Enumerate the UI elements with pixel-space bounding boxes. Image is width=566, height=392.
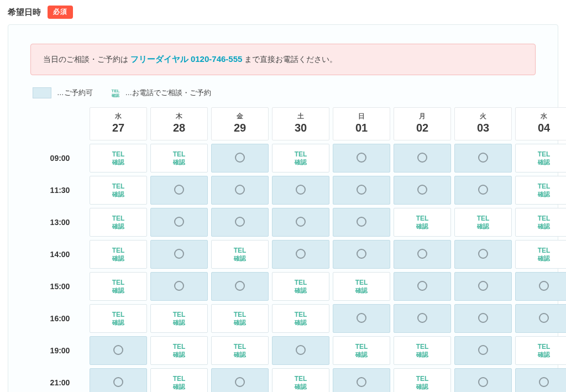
slot-available[interactable]	[272, 176, 329, 205]
slot-available[interactable]	[211, 176, 269, 205]
free-dial-link[interactable]: フリーダイヤル 0120-746-555	[130, 54, 243, 64]
slot-available[interactable]	[454, 144, 512, 173]
tel-confirm-label: TEL確認	[334, 343, 389, 358]
circle-icon	[539, 313, 549, 323]
circle-icon	[235, 185, 245, 195]
circle-icon	[478, 185, 488, 195]
slot-available[interactable]	[333, 304, 390, 333]
slot-available[interactable]	[394, 176, 451, 205]
tel-confirm-label: TEL確認	[516, 343, 566, 358]
slot-tel-confirm: TEL確認	[272, 368, 329, 392]
slot-tel-confirm: TEL確認	[272, 272, 329, 301]
time-label: 09:00	[34, 144, 86, 173]
slot-tel-confirm: TEL確認	[272, 304, 329, 333]
tel-confirm-label: TEL確認	[273, 279, 328, 294]
circle-icon	[417, 153, 427, 163]
day-header: 火03	[454, 107, 512, 140]
slot-available[interactable]	[454, 240, 512, 269]
slot-tel-confirm: TEL確認	[333, 272, 390, 301]
day-of-week: 木	[151, 112, 207, 121]
circle-icon	[296, 217, 306, 227]
tel-confirm-label: TEL確認	[91, 311, 146, 326]
availability-table: 水27木28金29土30日01月02火03水04 09:00TEL確認TEL確認…	[30, 104, 566, 392]
circle-icon	[417, 249, 427, 259]
slot-available[interactable]	[515, 272, 566, 301]
slot-available[interactable]	[333, 368, 390, 392]
slot-tel-confirm: TEL確認	[515, 176, 566, 205]
tel-confirm-label: TEL確認	[273, 375, 328, 390]
slot-available[interactable]	[272, 240, 329, 269]
tel-confirm-label: TEL確認	[151, 311, 207, 326]
time-label: 14:00	[34, 240, 86, 269]
circle-icon	[296, 185, 306, 195]
slot-available[interactable]	[90, 336, 147, 365]
slot-available[interactable]	[394, 240, 451, 269]
slot-tel-confirm: TEL確認	[90, 240, 147, 269]
slot-available[interactable]	[333, 176, 390, 205]
legend-tel-label: …お電話でご相談・ご予約	[125, 88, 212, 98]
tel-confirm-label: TEL確認	[212, 343, 268, 358]
slot-available[interactable]	[211, 272, 269, 301]
circle-icon	[357, 377, 366, 387]
circle-icon	[478, 281, 488, 291]
tel-confirm-label: TEL確認	[395, 343, 450, 358]
tel-confirm-label: TEL確認	[516, 151, 566, 165]
slot-available[interactable]	[333, 144, 390, 173]
slot-available[interactable]	[454, 176, 512, 205]
circle-icon	[174, 185, 184, 195]
slot-available[interactable]	[150, 240, 208, 269]
slot-available[interactable]	[454, 368, 512, 392]
time-label: 16:00	[34, 304, 86, 333]
slot-tel-confirm: TEL確認	[515, 144, 566, 173]
tel-confirm-label: TEL確認	[91, 279, 146, 294]
slot-available[interactable]	[333, 240, 390, 269]
notice-post: まで直接お電話ください。	[244, 55, 337, 64]
day-header: 木28	[150, 107, 208, 140]
day-header: 金29	[211, 107, 269, 140]
circle-icon	[235, 281, 245, 291]
slot-available[interactable]	[454, 304, 512, 333]
required-badge: 必須	[48, 6, 73, 19]
slot-available[interactable]	[394, 304, 451, 333]
section-title: 希望日時	[8, 7, 41, 18]
time-label: 19:00	[34, 336, 86, 365]
slot-tel-confirm: TEL確認	[515, 208, 566, 237]
tel-confirm-label: TEL確認	[91, 247, 146, 262]
slot-available[interactable]	[272, 208, 329, 237]
slot-available[interactable]	[394, 272, 451, 301]
day-of-month: 27	[90, 122, 146, 134]
slot-available[interactable]	[394, 144, 451, 173]
tel-confirm-label: TEL確認	[151, 151, 207, 165]
circle-icon	[357, 217, 366, 227]
slot-available[interactable]	[211, 144, 269, 173]
circle-icon	[235, 217, 245, 227]
day-of-month: 02	[394, 122, 450, 134]
slot-tel-confirm: TEL確認	[333, 336, 390, 365]
circle-icon	[478, 345, 488, 355]
circle-icon	[357, 185, 366, 195]
circle-icon	[174, 217, 184, 227]
circle-icon	[296, 249, 306, 259]
slot-tel-confirm: TEL確認	[454, 208, 512, 237]
slot-available[interactable]	[150, 176, 208, 205]
circle-icon	[478, 313, 488, 323]
day-of-week: 水	[90, 112, 146, 121]
slot-available[interactable]	[333, 208, 390, 237]
time-label: 21:00	[34, 368, 86, 392]
slot-available[interactable]	[211, 208, 269, 237]
tel-confirm-label: TEL確認	[516, 247, 566, 262]
circle-icon	[417, 313, 427, 323]
circle-icon	[235, 377, 245, 387]
slot-available[interactable]	[211, 368, 269, 392]
slot-available[interactable]	[454, 272, 512, 301]
tel-confirm-label: TEL確認	[516, 215, 566, 229]
slot-available[interactable]	[454, 336, 512, 365]
slot-available[interactable]	[90, 368, 147, 392]
slot-available[interactable]	[272, 336, 329, 365]
circle-icon	[539, 377, 549, 387]
slot-available[interactable]	[150, 272, 208, 301]
slot-available[interactable]	[515, 304, 566, 333]
slot-tel-confirm: TEL確認	[90, 272, 147, 301]
slot-available[interactable]	[515, 368, 566, 392]
slot-available[interactable]	[150, 208, 208, 237]
